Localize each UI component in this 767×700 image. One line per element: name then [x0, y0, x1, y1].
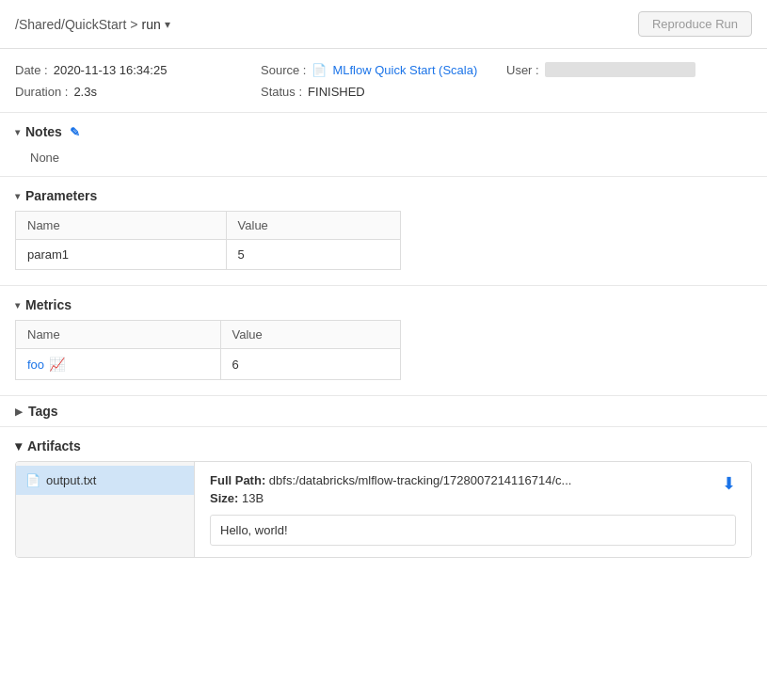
metric-value-col-header: Value [220, 321, 401, 349]
full-path-value: dbfs:/databricks/mlflow-tracking/1728007… [269, 473, 572, 487]
full-path-label: Full Path: [210, 473, 265, 487]
chevron-down-icon[interactable]: ▾ [165, 18, 170, 31]
parameters-section: ▾ Parameters Name Value param1 5 [0, 177, 767, 270]
run-metadata: Date : 2020-11-13 16:34:25 Source : 📄 ML… [0, 49, 767, 113]
page-header: /Shared/QuickStart > run ▾ Reproduce Run [0, 0, 767, 49]
param-name: param1 [16, 240, 227, 270]
metrics-table: Name Value foo 📈 6 [15, 320, 401, 380]
artifact-size: Size: 13B [210, 491, 736, 505]
metrics-section: ▾ Metrics Name Value foo 📈 6 [0, 286, 767, 380]
file-icon: 📄 [25, 473, 40, 487]
metric-name-text: foo [27, 358, 44, 372]
duration-label: Duration : [15, 85, 68, 99]
notes-content: None [15, 147, 752, 176]
artifact-content-preview: Hello, world! [210, 515, 736, 546]
table-row: foo 📈 6 [16, 349, 401, 380]
param-value-col-header: Value [226, 212, 400, 240]
user-row: User : [506, 62, 752, 77]
parameters-table: Name Value param1 5 [15, 211, 401, 270]
artifacts-title: Artifacts [27, 438, 81, 453]
notes-title: Notes [25, 124, 62, 139]
metrics-chevron-icon: ▾ [15, 300, 20, 310]
artifact-full-path: Full Path: dbfs:/databricks/mlflow-track… [210, 473, 736, 487]
size-value: 13B [242, 491, 264, 505]
table-row: param1 5 [16, 240, 401, 270]
metrics-title: Metrics [25, 297, 72, 312]
breadcrumb-separator: > [130, 17, 137, 32]
user-value [545, 62, 695, 77]
notes-text: None [30, 151, 59, 165]
source-file-icon: 📄 [312, 63, 327, 77]
download-icon[interactable]: ⬇ [722, 473, 736, 494]
size-label: Size: [210, 491, 238, 505]
metric-value: 6 [220, 349, 401, 380]
artifact-content-text: Hello, world! [220, 523, 288, 537]
artifact-filename: output.txt [46, 473, 96, 487]
source-row: Source : 📄 MLflow Quick Start (Scala) [261, 62, 506, 77]
date-row: Date : 2020-11-13 16:34:25 [15, 62, 261, 77]
reproduce-run-button[interactable]: Reproduce Run [638, 11, 752, 37]
artifacts-chevron-icon: ▾ [15, 438, 22, 453]
duration-value: 2.3s [73, 85, 97, 99]
metrics-header[interactable]: ▾ Metrics [15, 286, 752, 320]
metric-name-col-header: Name [16, 321, 221, 349]
duration-row: Duration : 2.3s [15, 85, 261, 99]
param-value: 5 [226, 240, 400, 270]
edit-notes-icon[interactable]: ✎ [70, 125, 80, 139]
user-label: User : [506, 63, 539, 77]
artifact-detail-panel: Full Path: dbfs:/databricks/mlflow-track… [195, 462, 751, 557]
artifacts-section: ▾ Artifacts 📄 output.txt Full Path: dbfs… [0, 427, 767, 558]
status-row: Status : FINISHED [261, 85, 506, 99]
parameters-chevron-icon: ▾ [15, 191, 20, 201]
notes-section: ▾ Notes ✎ None [0, 113, 767, 176]
param-name-col-header: Name [16, 212, 227, 240]
metric-name-cell: foo 📈 [16, 349, 221, 380]
status-label: Status : [261, 85, 302, 99]
tags-title: Tags [28, 404, 58, 419]
tags-section: ▶ Tags [0, 396, 767, 426]
chart-icon: 📈 [49, 357, 65, 372]
parameters-title: Parameters [25, 188, 97, 203]
breadcrumb-path: /Shared/QuickStart [15, 17, 126, 32]
notes-header[interactable]: ▾ Notes ✎ [15, 113, 752, 147]
artifacts-header[interactable]: ▾ Artifacts [15, 427, 752, 461]
tags-header[interactable]: ▶ Tags [15, 404, 752, 419]
metric-name-link[interactable]: foo 📈 [27, 357, 209, 372]
list-item[interactable]: 📄 output.txt [16, 466, 194, 495]
tags-chevron-icon: ▶ [15, 406, 23, 417]
date-label: Date : [15, 63, 48, 77]
breadcrumb-current: run [141, 17, 160, 32]
notes-chevron-icon: ▾ [15, 127, 20, 137]
artifacts-tree: 📄 output.txt [16, 462, 195, 557]
parameters-header[interactable]: ▾ Parameters [15, 177, 752, 211]
status-value: FINISHED [308, 85, 365, 99]
artifacts-panel: 📄 output.txt Full Path: dbfs:/databricks… [15, 461, 752, 558]
date-value: 2020-11-13 16:34:25 [54, 63, 168, 77]
source-label: Source : [261, 63, 306, 77]
breadcrumb: /Shared/QuickStart > run ▾ [15, 17, 170, 32]
source-link[interactable]: MLflow Quick Start (Scala) [332, 63, 477, 77]
